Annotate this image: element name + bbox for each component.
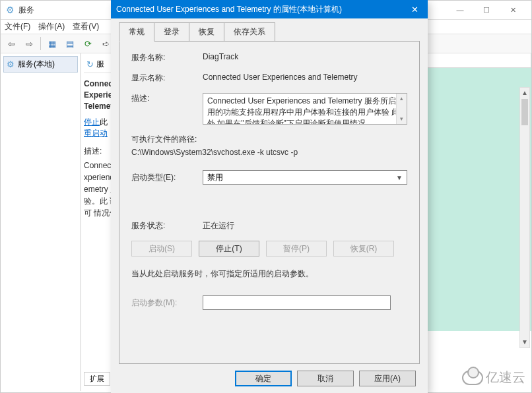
label-display-name: 显示名称: bbox=[131, 73, 203, 84]
tab-content-general: 服务名称: DiagTrack 显示名称: Connected User Exp… bbox=[119, 41, 420, 364]
value-service-name: DiagTrack bbox=[203, 52, 407, 61]
up-arrow-icon[interactable]: ▴ bbox=[397, 94, 407, 104]
startup-type-select[interactable]: 禁用 ▼ bbox=[203, 170, 407, 185]
desc-scrollbar[interactable]: ▴ ▾ bbox=[396, 94, 407, 124]
start-button: 启动(S) bbox=[131, 241, 192, 257]
stop-button[interactable]: 停止(T) bbox=[199, 241, 259, 257]
value-service-status: 正在运行 bbox=[203, 220, 407, 231]
description-textbox[interactable]: Connected User Experiences and Telemetry… bbox=[203, 93, 407, 125]
watermark: 亿速云 bbox=[462, 369, 525, 386]
nav-forward-button[interactable]: ⇨ bbox=[21, 36, 37, 51]
label-startup-type: 启动类型(E): bbox=[131, 172, 203, 183]
menu-action[interactable]: 操作(A) bbox=[38, 21, 65, 32]
gear-icon: ⚙ bbox=[7, 59, 15, 69]
down-arrow-icon[interactable]: ▾ bbox=[397, 114, 407, 124]
tab-strip: 常规 登录 恢复 依存关系 bbox=[111, 22, 428, 41]
label-description: 描述: bbox=[131, 93, 203, 104]
cancel-button[interactable]: 取消 bbox=[297, 371, 354, 386]
dialog-titlebar: Connected User Experiences and Telemetry… bbox=[111, 0, 428, 18]
pause-button: 暂停(P) bbox=[266, 241, 327, 257]
tree-panel: ⚙ 服务(本地) bbox=[1, 53, 81, 391]
menu-view[interactable]: 查看(V) bbox=[73, 21, 99, 32]
menu-file[interactable]: 文件(F) bbox=[5, 21, 30, 32]
hint-text: 当从此处启动服务时，你可指定所适用的启动参数。 bbox=[131, 268, 407, 280]
ok-button[interactable]: 确定 bbox=[235, 371, 292, 386]
label-start-params: 启动参数(M): bbox=[131, 297, 203, 309]
scroll-up-arrow[interactable]: ▲ bbox=[520, 88, 529, 98]
nav-back-button[interactable]: ⇦ bbox=[3, 36, 19, 51]
value-display-name: Connected User Experiences and Telemetry bbox=[203, 73, 407, 82]
tab-logon[interactable]: 登录 bbox=[154, 22, 189, 41]
restart-link[interactable]: 重启动 bbox=[84, 129, 108, 138]
refresh-icon: ↻ bbox=[86, 59, 94, 69]
resume-button: 恢复(R) bbox=[333, 241, 394, 257]
minimize-button[interactable]: — bbox=[447, 1, 473, 19]
dialog-close-button[interactable]: ✕ bbox=[401, 0, 428, 18]
maximize-button[interactable]: ☐ bbox=[473, 1, 500, 19]
scroll-thumb[interactable] bbox=[521, 99, 528, 125]
toolbar-refresh-icon[interactable]: ⟳ bbox=[80, 36, 96, 51]
detail-header-text: 服 bbox=[96, 59, 104, 70]
label-service-status: 服务状态: bbox=[131, 220, 203, 231]
toolbar-properties-icon[interactable]: ▤ bbox=[62, 36, 78, 51]
tree-item-services-local[interactable]: ⚙ 服务(本地) bbox=[3, 56, 78, 73]
tab-recovery[interactable]: 恢复 bbox=[189, 22, 224, 41]
dialog-title: Connected User Experiences and Telemetry… bbox=[116, 4, 401, 15]
scroll-down-arrow[interactable]: ▼ bbox=[520, 337, 529, 348]
chevron-down-icon: ▼ bbox=[396, 174, 403, 181]
startup-type-value: 禁用 bbox=[207, 172, 223, 183]
toolbar-grid-icon[interactable]: ▦ bbox=[44, 36, 60, 51]
start-params-input bbox=[203, 295, 391, 310]
tab-extended[interactable]: 扩展 bbox=[84, 372, 110, 386]
apply-button[interactable]: 应用(A) bbox=[359, 371, 416, 386]
stop-link[interactable]: 停止 bbox=[84, 117, 100, 127]
tab-dependencies[interactable]: 依存关系 bbox=[224, 22, 275, 41]
scrollbar[interactable]: ▲ ▼ bbox=[519, 87, 530, 348]
label-service-name: 服务名称: bbox=[131, 52, 203, 63]
value-exe-path: C:\Windows\System32\svchost.exe -k utcsv… bbox=[131, 148, 407, 157]
close-button[interactable]: ✕ bbox=[500, 1, 526, 19]
service-properties-dialog: Connected User Experiences and Telemetry… bbox=[111, 0, 428, 393]
label-exe-path: 可执行文件的路径: bbox=[131, 134, 407, 145]
tree-item-label: 服务(本地) bbox=[18, 59, 55, 70]
gear-icon: ⚙ bbox=[6, 5, 15, 15]
cloud-icon bbox=[462, 371, 483, 385]
tab-general[interactable]: 常规 bbox=[119, 22, 154, 42]
